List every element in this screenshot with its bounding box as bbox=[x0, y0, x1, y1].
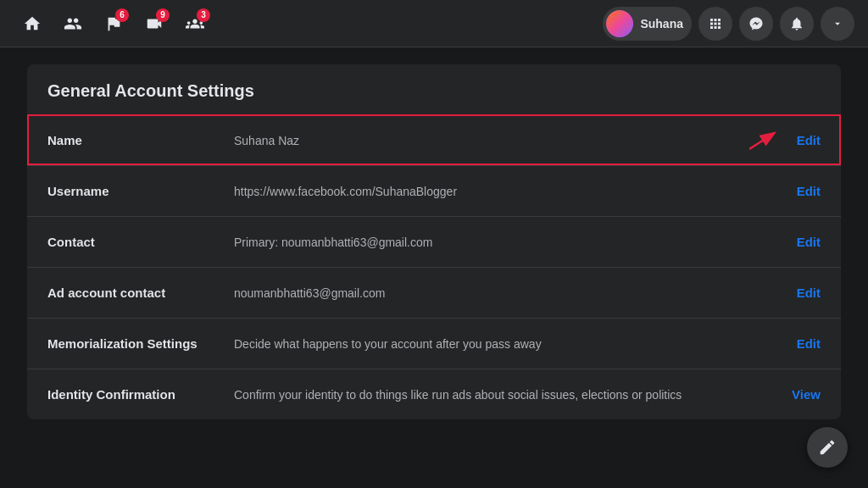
main-content: General Account Settings NameSuhana NazE… bbox=[0, 47, 868, 488]
row-action-area-name: Edit bbox=[749, 130, 821, 151]
row-action-area-contact: Edit bbox=[787, 235, 821, 249]
flag-icon[interactable]: 6 bbox=[95, 5, 132, 42]
nav-right-area: Suhana bbox=[603, 7, 854, 41]
people-icon[interactable] bbox=[54, 5, 92, 42]
row-value-contact: Primary: noumanbhatti63@gmail.com bbox=[234, 236, 787, 249]
row-label-identity: Identity Confirmation bbox=[47, 387, 234, 402]
flag-badge: 6 bbox=[115, 8, 129, 22]
row-action-name[interactable]: Edit bbox=[787, 133, 821, 147]
row-value-ad-account-contact: noumanbhatti63@gmail.com bbox=[234, 286, 787, 300]
row-action-memorialization[interactable]: Edit bbox=[787, 336, 821, 351]
settings-row-contact: ContactPrimary: noumanbhatti63@gmail.com… bbox=[27, 216, 841, 267]
row-value-username: https://www.facebook.com/SuhanaBlogger bbox=[234, 185, 787, 198]
settings-row-username: Usernamehttps://www.facebook.com/SuhanaB… bbox=[27, 165, 841, 216]
row-value-memorialization: Decide what happens to your account afte… bbox=[234, 337, 787, 351]
messenger-icon[interactable] bbox=[739, 7, 773, 41]
row-action-identity[interactable]: View bbox=[787, 387, 821, 402]
grid-icon[interactable] bbox=[698, 7, 732, 41]
settings-panel: General Account Settings NameSuhana NazE… bbox=[27, 64, 841, 419]
row-action-ad-account-contact[interactable]: Edit bbox=[787, 286, 821, 300]
row-action-contact[interactable]: Edit bbox=[787, 235, 821, 249]
avatar bbox=[606, 10, 633, 37]
row-action-area-username: Edit bbox=[787, 184, 821, 198]
edit-fab[interactable] bbox=[807, 427, 848, 468]
settings-title: General Account Settings bbox=[27, 64, 841, 114]
settings-row-ad-account-contact: Ad account contactnoumanbhatti63@gmail.c… bbox=[27, 267, 841, 318]
settings-row-name: NameSuhana NazEdit bbox=[27, 114, 841, 165]
row-label-contact: Contact bbox=[47, 235, 234, 249]
settings-row-identity: Identity ConfirmationConfirm your identi… bbox=[27, 369, 841, 419]
user-chip[interactable]: Suhana bbox=[603, 7, 692, 41]
video-badge: 9 bbox=[156, 8, 170, 22]
top-navigation: 6 9 3 Suhana bbox=[0, 0, 868, 47]
row-value-name: Suhana Naz bbox=[234, 134, 749, 147]
settings-rows: NameSuhana NazEditUsernamehttps://www.fa… bbox=[27, 114, 841, 419]
video-icon[interactable]: 9 bbox=[136, 5, 173, 42]
settings-row-memorialization: Memorialization SettingsDecide what happ… bbox=[27, 318, 841, 369]
group-icon[interactable]: 3 bbox=[176, 5, 214, 42]
row-label-name: Name bbox=[47, 133, 234, 147]
row-value-identity: Confirm your identity to do things like … bbox=[234, 388, 787, 402]
bell-icon[interactable] bbox=[780, 7, 814, 41]
row-action-area-memorialization: Edit bbox=[787, 336, 821, 351]
row-action-area-identity: View bbox=[787, 387, 821, 402]
home-icon[interactable] bbox=[14, 5, 51, 42]
svg-line-0 bbox=[749, 134, 773, 149]
row-action-area-ad-account-contact: Edit bbox=[787, 286, 821, 300]
nav-left-icons: 6 9 3 bbox=[14, 5, 214, 42]
nav-username: Suhana bbox=[640, 17, 683, 30]
group-badge: 3 bbox=[197, 8, 210, 22]
row-label-username: Username bbox=[47, 184, 234, 198]
red-arrow-icon bbox=[749, 130, 780, 151]
row-label-memorialization: Memorialization Settings bbox=[47, 336, 234, 351]
caret-down-icon[interactable] bbox=[821, 7, 854, 41]
row-label-ad-account-contact: Ad account contact bbox=[47, 286, 234, 300]
row-action-username[interactable]: Edit bbox=[787, 184, 821, 198]
